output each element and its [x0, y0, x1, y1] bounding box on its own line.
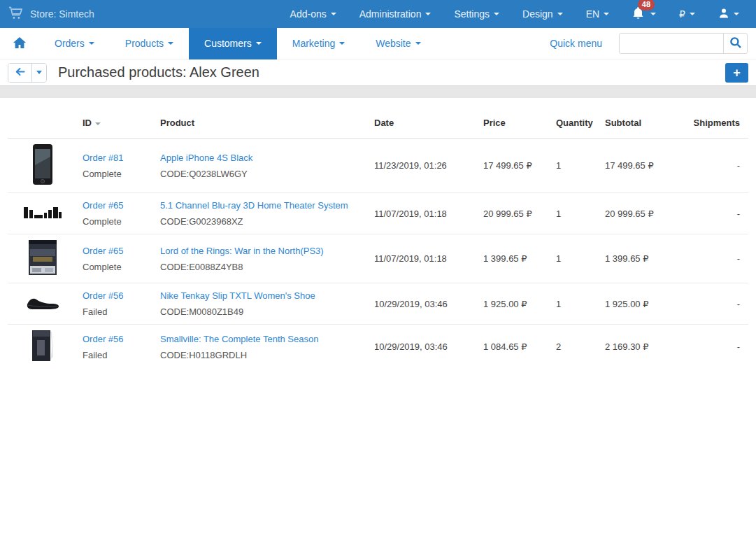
quantity-cell: 2	[550, 325, 599, 369]
column-id[interactable]: ID	[77, 98, 155, 139]
shipments-cell: -	[687, 139, 748, 193]
nav-item-orders[interactable]: Orders	[39, 28, 110, 59]
nav-item-website[interactable]: Website	[360, 28, 436, 59]
home-icon	[13, 37, 26, 50]
back-button[interactable]	[8, 64, 31, 82]
purchased-products-panel: ID Product Date Price Quantity Subtotal …	[0, 98, 756, 369]
nav-item-customers[interactable]: Customers	[189, 28, 277, 59]
product-cell: Nike Tenkay Slip TXTL Women's Shoe CODE:…	[155, 283, 369, 325]
column-subtotal[interactable]: Subtotal	[599, 98, 687, 139]
table-row: Order #56 Failed Smallville: The Complet…	[8, 325, 748, 369]
menu-language[interactable]: EN	[586, 8, 609, 20]
order-link[interactable]: Order #81	[83, 153, 124, 163]
user-icon	[718, 8, 729, 21]
chevron-down-icon	[650, 13, 656, 15]
column-price[interactable]: Price	[478, 98, 550, 139]
quantity-cell: 1	[550, 283, 599, 325]
store-selector[interactable]: Store: Simtech	[0, 6, 94, 22]
subtotal-cell: 1 925.00 ₽	[599, 283, 687, 325]
date-cell: 11/23/2019, 01:26	[369, 139, 478, 193]
chevron-down-icon	[256, 42, 262, 45]
table-row: Order #65 Complete Lord of the Rings: Wa…	[8, 234, 748, 283]
user-menu[interactable]	[718, 8, 739, 21]
column-product[interactable]: Product	[155, 98, 369, 139]
order-link[interactable]: Order #65	[83, 246, 124, 256]
top-bar: Store: Simtech Add-ons Administration Se…	[0, 0, 756, 28]
order-cell: Order #65 Complete	[77, 234, 155, 283]
menu-design[interactable]: Design	[522, 8, 563, 20]
column-shipments[interactable]: Shipments	[687, 98, 748, 139]
order-link[interactable]: Order #56	[83, 290, 124, 301]
price-cell: 20 999.65 ₽	[478, 193, 550, 234]
topbar-menus: Add-ons Administration Settings Design E…	[290, 6, 756, 22]
product-link[interactable]: Nike Tenkay Slip TXTL Women's Shoe	[160, 290, 315, 301]
date-cell: 11/07/2019, 01:18	[369, 234, 478, 283]
subtotal-cell: 17 499.65 ₽	[599, 139, 687, 193]
menu-settings[interactable]: Settings	[454, 8, 499, 20]
date-cell: 10/29/2019, 03:46	[369, 325, 478, 369]
order-status: Complete	[83, 260, 149, 274]
product-link[interactable]: Smallville: The Complete Tenth Season	[160, 334, 318, 344]
column-quantity[interactable]: Quantity	[550, 98, 599, 139]
cart-icon	[8, 6, 22, 22]
lotr-game-thumb	[29, 267, 57, 277]
product-link[interactable]: 5.1 Channel Blu-ray 3D Home Theater Syst…	[160, 200, 348, 211]
add-button[interactable]: +	[725, 63, 748, 83]
product-cell: Smallville: The Complete Tenth Season CO…	[155, 325, 369, 369]
order-status: Failed	[83, 348, 149, 362]
product-code: CODE:Q0238LW6GY	[160, 167, 363, 181]
shipments-cell: -	[687, 325, 748, 369]
nav-item-marketing[interactable]: Marketing	[277, 28, 360, 59]
chevron-down-icon	[415, 42, 421, 45]
chevron-down-icon	[331, 13, 336, 15]
date-cell: 11/07/2019, 01:18	[369, 193, 478, 234]
home-theater-thumb	[24, 211, 62, 222]
chevron-down-icon	[168, 42, 173, 45]
subtotal-cell: 1 399.65 ₽	[599, 234, 687, 283]
product-link[interactable]: Apple iPhone 4S Black	[160, 153, 252, 163]
date-cell: 10/29/2019, 03:46	[369, 283, 478, 325]
price-cell: 1 925.00 ₽	[478, 283, 550, 325]
column-date[interactable]: Date	[369, 98, 478, 139]
product-link[interactable]: Lord of the Rings: War in the North(PS3)	[160, 246, 324, 256]
quick-menu-link[interactable]: Quick menu	[550, 38, 602, 49]
currency-menu[interactable]: ₽	[679, 8, 695, 20]
main-nav: Orders Products Customers Marketing Webs…	[0, 28, 756, 59]
table-row: Order #56 Failed Nike Tenkay Slip TXTL W…	[8, 283, 748, 325]
order-link[interactable]: Order #65	[83, 200, 124, 211]
subtotal-cell: 20 999.65 ₽	[599, 193, 687, 234]
table-row: Order #65 Complete 5.1 Channel Blu-ray 3…	[8, 193, 748, 234]
menu-administration[interactable]: Administration	[359, 8, 432, 20]
price-cell: 17 499.65 ₽	[478, 139, 550, 193]
order-cell: Order #56 Failed	[77, 283, 155, 325]
shipments-cell: -	[687, 193, 748, 234]
column-image	[8, 98, 77, 139]
order-status: Complete	[83, 167, 149, 181]
price-cell: 1 084.65 ₽	[478, 325, 550, 369]
product-image-cell	[8, 193, 77, 234]
search-button[interactable]	[723, 34, 747, 53]
iphone-thumb	[32, 176, 53, 187]
order-cell: Order #81 Complete	[77, 139, 155, 193]
quantity-cell: 1	[550, 193, 599, 234]
notification-count-badge: 48	[638, 0, 655, 10]
notifications-menu[interactable]: 48	[632, 6, 656, 22]
chevron-down-icon	[494, 13, 499, 15]
chevron-down-icon	[339, 42, 345, 45]
home-button[interactable]	[0, 37, 39, 50]
page-title: Purchased products: Alex Green	[58, 64, 259, 80]
search-input[interactable]	[620, 34, 723, 53]
chevron-down-icon	[690, 13, 695, 15]
order-link[interactable]: Order #56	[83, 334, 124, 344]
search-icon	[729, 36, 742, 51]
order-cell: Order #56 Failed	[77, 325, 155, 369]
product-cell: Lord of the Rings: War in the North(PS3)…	[155, 234, 369, 283]
table-row: Order #81 Complete Apple iPhone 4S Black…	[8, 139, 748, 193]
back-dropdown-button[interactable]	[31, 64, 46, 82]
price-cell: 1 399.65 ₽	[478, 234, 550, 283]
back-button-group	[8, 63, 47, 83]
section-divider	[0, 85, 756, 98]
nav-item-products[interactable]: Products	[110, 28, 189, 59]
menu-addons[interactable]: Add-ons	[290, 8, 336, 20]
order-status: Failed	[83, 305, 149, 318]
